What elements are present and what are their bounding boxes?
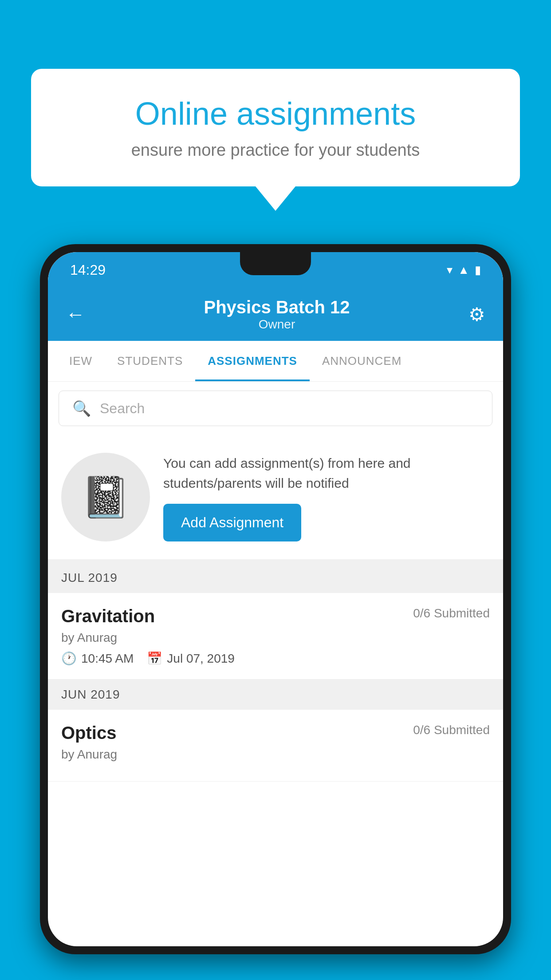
status-time: 14:29 xyxy=(70,262,106,278)
speech-bubble-arrow xyxy=(256,186,295,211)
section-jul-2019: JUL 2019 xyxy=(48,563,503,593)
phone-outer: 14:29 ▾ ▲ ▮ ← Physics Batch 12 Owner ⚙ xyxy=(40,244,511,954)
tab-students[interactable]: STUDENTS xyxy=(105,341,195,381)
assignment-prompt: 📓 You can add assignment(s) from here an… xyxy=(48,435,503,563)
assignment-top-row: Gravitation 0/6 Submitted xyxy=(61,606,490,626)
time-value: 10:45 AM xyxy=(81,652,134,666)
status-bar: 14:29 ▾ ▲ ▮ xyxy=(48,252,503,288)
assignment-submitted-gravitation: 0/6 Submitted xyxy=(413,606,490,620)
clock-icon: 🕐 xyxy=(61,651,77,666)
prompt-description: You can add assignment(s) from here and … xyxy=(163,453,490,493)
add-assignment-button[interactable]: Add Assignment xyxy=(163,504,301,541)
search-placeholder-text: Search xyxy=(100,400,145,417)
tab-announcements[interactable]: ANNOUNCEM xyxy=(310,341,414,381)
assignment-item-optics[interactable]: Optics 0/6 Submitted by Anurag xyxy=(48,710,503,782)
assignment-time: 🕐 10:45 AM xyxy=(61,651,134,666)
date-value: Jul 07, 2019 xyxy=(167,652,235,666)
header-title-block: Physics Batch 12 Owner xyxy=(204,297,350,332)
speech-bubble-subtitle: ensure more practice for your students xyxy=(67,141,484,160)
section-header-jul: JUL 2019 xyxy=(61,571,118,585)
calendar-icon: 📅 xyxy=(147,651,162,666)
tab-iew[interactable]: IEW xyxy=(57,341,105,381)
gear-icon[interactable]: ⚙ xyxy=(468,304,485,325)
tabs-bar: IEW STUDENTS ASSIGNMENTS ANNOUNCEM xyxy=(48,341,503,382)
assignment-meta-gravitation: 🕐 10:45 AM 📅 Jul 07, 2019 xyxy=(61,651,490,666)
status-icons: ▾ ▲ ▮ xyxy=(447,263,481,277)
speech-bubble-container: Online assignments ensure more practice … xyxy=(31,69,520,211)
assignment-top-row-optics: Optics 0/6 Submitted xyxy=(61,723,490,743)
back-button[interactable]: ← xyxy=(66,303,85,325)
section-jun-2019: JUN 2019 xyxy=(48,680,503,710)
wifi-icon: ▾ xyxy=(447,263,453,277)
app-header: ← Physics Batch 12 Owner ⚙ xyxy=(48,288,503,341)
phone-screen: 14:29 ▾ ▲ ▮ ← Physics Batch 12 Owner ⚙ xyxy=(48,252,503,946)
speech-bubble: Online assignments ensure more practice … xyxy=(31,69,520,186)
prompt-text-block: You can add assignment(s) from here and … xyxy=(163,453,490,541)
assignment-name-optics: Optics xyxy=(61,723,116,743)
assignment-by-optics: by Anurag xyxy=(61,747,490,762)
search-container: 🔍 Search xyxy=(48,382,503,435)
header-subtitle: Owner xyxy=(204,317,350,332)
assignment-name-gravitation: Gravitation xyxy=(61,606,155,626)
assignment-date: 📅 Jul 07, 2019 xyxy=(147,651,235,666)
phone-container: 14:29 ▾ ▲ ▮ ← Physics Batch 12 Owner ⚙ xyxy=(40,244,511,980)
tab-assignments[interactable]: ASSIGNMENTS xyxy=(195,341,310,381)
search-icon: 🔍 xyxy=(72,399,91,417)
header-title: Physics Batch 12 xyxy=(204,297,350,317)
notebook-icon: 📓 xyxy=(81,474,130,521)
speech-bubble-title: Online assignments xyxy=(67,95,484,132)
battery-icon: ▮ xyxy=(475,263,481,277)
assignment-submitted-optics: 0/6 Submitted xyxy=(413,723,490,737)
notch xyxy=(240,252,311,275)
content-area: 🔍 Search 📓 You can add assignment(s) fro… xyxy=(48,382,503,946)
section-header-jun: JUN 2019 xyxy=(61,688,120,701)
search-bar[interactable]: 🔍 Search xyxy=(59,391,492,426)
prompt-icon-circle: 📓 xyxy=(61,453,150,541)
assignment-item-gravitation[interactable]: Gravitation 0/6 Submitted by Anurag 🕐 10… xyxy=(48,593,503,680)
assignment-by-gravitation: by Anurag xyxy=(61,631,490,645)
signal-icon: ▲ xyxy=(458,263,469,277)
